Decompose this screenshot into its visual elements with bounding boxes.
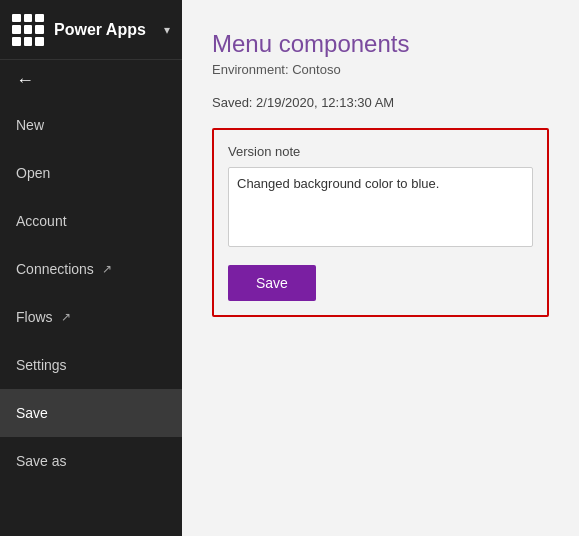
sidebar: Power Apps ▾ ← New Open Account Connecti… xyxy=(0,0,182,536)
chevron-down-icon[interactable]: ▾ xyxy=(164,23,170,37)
version-panel: Version note Save xyxy=(212,128,549,317)
external-link-icon-flows: ↗ xyxy=(61,310,71,324)
page-title: Menu components xyxy=(212,30,549,58)
sidebar-item-connections[interactable]: Connections ↗ xyxy=(0,245,182,293)
environment-label: Environment: Contoso xyxy=(212,62,549,77)
version-note-label: Version note xyxy=(228,144,533,159)
new-label: New xyxy=(16,117,44,133)
version-note-input[interactable] xyxy=(228,167,533,247)
flows-label: Flows xyxy=(16,309,53,325)
back-button[interactable]: ← xyxy=(0,60,182,101)
sidebar-header: Power Apps ▾ xyxy=(0,0,182,60)
settings-label: Settings xyxy=(16,357,67,373)
open-label: Open xyxy=(16,165,50,181)
sidebar-item-save[interactable]: Save xyxy=(0,389,182,437)
nav-items: New Open Account Connections ↗ Flows ↗ S… xyxy=(0,101,182,536)
sidebar-item-save-as[interactable]: Save as xyxy=(0,437,182,485)
app-title: Power Apps xyxy=(54,21,160,39)
main-content: Menu components Environment: Contoso Sav… xyxy=(182,0,579,536)
connections-label: Connections xyxy=(16,261,94,277)
save-button[interactable]: Save xyxy=(228,265,316,301)
save-as-label: Save as xyxy=(16,453,67,469)
sidebar-item-open[interactable]: Open xyxy=(0,149,182,197)
sidebar-item-new[interactable]: New xyxy=(0,101,182,149)
sidebar-item-flows[interactable]: Flows ↗ xyxy=(0,293,182,341)
waffle-icon[interactable] xyxy=(12,14,44,46)
external-link-icon: ↗ xyxy=(102,262,112,276)
sidebar-item-account[interactable]: Account xyxy=(0,197,182,245)
back-arrow-icon: ← xyxy=(16,70,34,91)
save-label: Save xyxy=(16,405,48,421)
account-label: Account xyxy=(16,213,67,229)
saved-timestamp: Saved: 2/19/2020, 12:13:30 AM xyxy=(212,95,549,110)
sidebar-item-settings[interactable]: Settings xyxy=(0,341,182,389)
